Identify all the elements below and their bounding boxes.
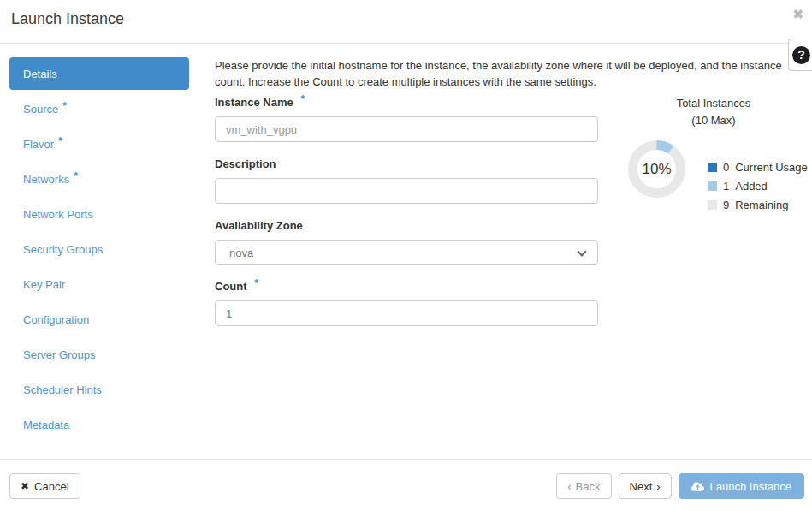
usage-donut: 10% [628, 140, 685, 198]
availability-zone-value: nova [229, 247, 253, 259]
count-input[interactable] [215, 300, 598, 326]
availability-zone-select[interactable]: nova [215, 240, 598, 265]
wizard-step-security-groups[interactable]: Security Groups [9, 232, 189, 267]
wizard-step-label: Key Pair [23, 278, 65, 291]
next-button[interactable]: Next › [619, 473, 672, 499]
wizard-step-scheduler-hints[interactable]: Scheduler Hints [9, 372, 189, 407]
wizard-step-key-pair[interactable]: Key Pair [9, 267, 189, 302]
wizard-step-label: Network Ports [23, 208, 93, 221]
instance-name-label: Instance Name * [215, 96, 598, 109]
wizard-step-label: Source [23, 103, 58, 116]
wizard-step-label: Flavor [23, 138, 54, 151]
wizard-step-source[interactable]: Source * [9, 92, 189, 127]
legend-swatch-current [708, 163, 717, 172]
count-group: Count * [215, 280, 598, 326]
required-asterisk: * [62, 100, 67, 112]
wizard-step-label: Security Groups [23, 243, 103, 256]
required-asterisk: * [300, 93, 305, 105]
legend-swatch-remaining [708, 200, 717, 210]
availability-zone-group: Availability Zone nova [215, 219, 598, 265]
wizard-step-details[interactable]: Details [9, 57, 189, 90]
required-asterisk: * [58, 135, 62, 147]
close-icon[interactable]: ✖ [792, 8, 803, 21]
legend-item-remaining: 9 Remaining [708, 199, 808, 211]
chart-legend: 0 Current Usage 1 Added 9 Remaining [708, 161, 808, 217]
wizard-nav: Details Source * Flavor * Networks * Net… [9, 57, 189, 443]
legend-swatch-added [708, 181, 717, 191]
modal-header: Launch Instance ✖ [0, 0, 812, 44]
availability-zone-label: Availability Zone [215, 219, 598, 232]
wizard-step-label: Configuration [23, 313, 89, 326]
help-button[interactable]: ? [788, 39, 812, 71]
cancel-button[interactable]: ✖ Cancel [9, 473, 80, 499]
wizard-step-flavor[interactable]: Flavor * [9, 127, 189, 162]
wizard-step-network-ports[interactable]: Network Ports [9, 197, 189, 232]
x-icon: ✖ [21, 480, 29, 492]
chevron-right-icon: › [656, 480, 660, 493]
description-label: Description [215, 157, 598, 170]
description-input[interactable] [215, 178, 598, 204]
modal-title: Launch Instance [11, 10, 124, 28]
wizard-step-label: Details [23, 68, 57, 80]
wizard-step-configuration[interactable]: Configuration [9, 302, 189, 337]
instance-name-group: Instance Name * [215, 96, 598, 142]
chevron-left-icon: ‹ [567, 480, 571, 493]
required-asterisk: * [74, 170, 78, 182]
required-asterisk: * [254, 277, 258, 289]
chart-title: Total Instances [615, 97, 812, 110]
wizard-step-label: Server Groups [23, 348, 96, 361]
instance-name-input[interactable] [215, 116, 598, 142]
step-description-text: Please provide the initial hostname for … [215, 57, 784, 90]
question-circle-icon: ? [792, 46, 810, 64]
back-button[interactable]: ‹ Back [556, 473, 611, 499]
wizard-step-server-groups[interactable]: Server Groups [9, 337, 189, 372]
count-label: Count * [215, 280, 598, 293]
wizard-step-metadata[interactable]: Metadata [9, 407, 189, 443]
wizard-step-networks[interactable]: Networks * [9, 162, 189, 197]
legend-item-current-usage: 0 Current Usage [708, 161, 808, 174]
launch-instance-button[interactable]: Launch Instance [679, 473, 804, 499]
wizard-step-label: Scheduler Hints [23, 383, 102, 396]
chevron-down-icon [577, 247, 586, 256]
modal-footer: ✖ Cancel ‹ Back Next › Launch Instance [0, 459, 812, 511]
description-group: Description [215, 157, 598, 204]
total-instances-chart: Total Instances (10 Max) 10% 0 Current U… [615, 97, 812, 217]
wizard-step-label: Metadata [23, 419, 69, 431]
chart-subtitle: (10 Max) [615, 114, 812, 127]
cloud-upload-icon [691, 481, 704, 492]
donut-percent-label: 10% [628, 140, 685, 198]
wizard-step-label: Networks [23, 173, 69, 186]
legend-item-added: 1 Added [708, 180, 808, 193]
